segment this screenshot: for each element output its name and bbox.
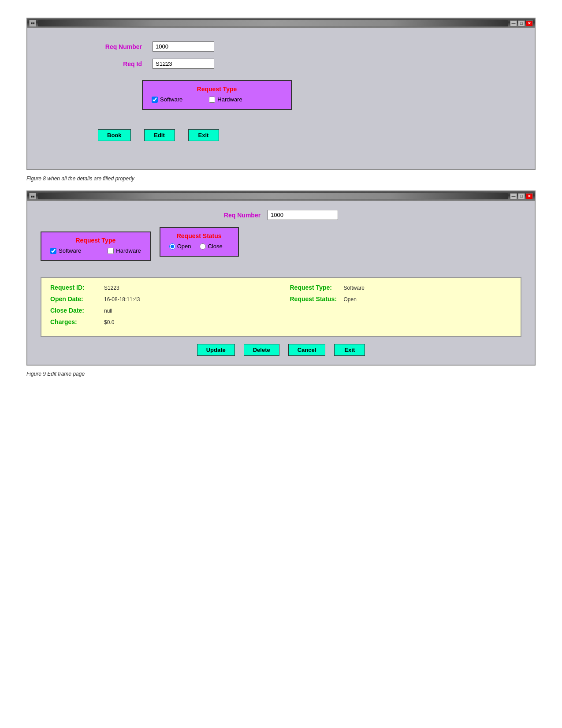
minimize-btn-2[interactable]: —: [510, 193, 517, 199]
window-controls-2: — □ ✕: [510, 193, 533, 199]
delete-button[interactable]: Delete: [244, 344, 279, 356]
data-row-2: Open Date: 16-08-18:11:43 Request Status…: [50, 295, 512, 302]
book-button[interactable]: Book: [98, 129, 131, 141]
radio-row: Open Close: [169, 243, 229, 250]
request-status-key: Request Status:: [290, 295, 339, 302]
data-row-1: Request ID: S1223 Request Type: Software: [50, 284, 512, 291]
window-body-1: Req Number Req Id Request Type Software: [27, 28, 535, 169]
charges-key: Charges:: [50, 318, 99, 325]
request-type-col: Request Type: Software: [290, 284, 512, 291]
request-type-key: Request Type:: [290, 284, 339, 291]
close-date-key: Close Date:: [50, 307, 99, 314]
titlebar-2: ☷ — □ ✕: [27, 191, 535, 201]
request-type-panel-2: Request Type Software Hardware: [41, 231, 151, 261]
close-date-val: null: [104, 308, 112, 314]
close-btn-2[interactable]: ✕: [526, 193, 533, 199]
request-id-col: Request ID: S1223: [50, 284, 272, 291]
open-radio-label[interactable]: Open: [169, 243, 191, 250]
maximize-btn-1[interactable]: □: [518, 20, 525, 26]
close-radio-label[interactable]: Close: [200, 243, 222, 250]
maximize-btn-2[interactable]: □: [518, 193, 525, 199]
buttons-row-2: Update Delete Cancel Exit: [41, 344, 521, 356]
exit-button-2[interactable]: Exit: [334, 344, 365, 356]
caption-1: Figure 8 when all the details are filled…: [26, 175, 536, 182]
charges-col: Charges: $0.0: [50, 318, 272, 325]
spacer-col: [290, 307, 512, 314]
hardware-checkbox-label-2[interactable]: Hardware: [108, 247, 141, 254]
open-radio[interactable]: [169, 243, 175, 250]
request-type-title-2: Request Type: [50, 237, 141, 244]
request-type-val: Software: [344, 285, 365, 291]
checkboxes-row-2: Software Hardware: [50, 247, 141, 254]
req-number-row: Req Number: [80, 41, 517, 52]
title-icon-2: ☷: [29, 193, 36, 200]
exit-button-1[interactable]: Exit: [188, 129, 219, 141]
close-btn-1[interactable]: ✕: [526, 20, 533, 26]
panels-row-2: Request Type Software Hardware Request S…: [41, 227, 521, 270]
req-number-label: Req Number: [80, 43, 142, 50]
req-id-input[interactable]: [153, 59, 214, 69]
figure1-window: ☷ — □ ✕ Req Number Req Id Request Type: [26, 18, 536, 170]
request-id-key: Request ID:: [50, 284, 99, 291]
data-display-area: Request ID: S1223 Request Type: Software…: [41, 277, 521, 337]
titlebar-1: ☷ — □ ✕: [27, 19, 535, 28]
hardware-checkbox-label-1[interactable]: Hardware: [209, 96, 242, 103]
request-type-title-1: Request Type: [152, 86, 282, 93]
open-date-val: 16-08-18:11:43: [104, 296, 140, 302]
req-number-label-2: Req Number: [224, 212, 261, 219]
request-type-panel-1: Request Type Software Hardware: [142, 80, 292, 110]
req-number-input[interactable]: [153, 41, 214, 52]
req-number-row-2: Req Number: [41, 210, 521, 220]
close-radio[interactable]: [200, 243, 206, 250]
caption-2: Figure 9 Edit frame page: [26, 371, 536, 377]
window-controls-1: — □ ✕: [510, 20, 533, 26]
request-status-title: Request Status: [169, 232, 229, 239]
edit-button[interactable]: Edit: [144, 129, 175, 141]
open-date-key: Open Date:: [50, 295, 99, 302]
close-date-col: Close Date: null: [50, 307, 272, 314]
req-id-row: Req Id: [80, 59, 517, 69]
checkboxes-row-1: Software Hardware: [152, 96, 282, 103]
charges-val: $0.0: [104, 319, 114, 325]
figure2-window: ☷ — □ ✕ Req Number Request Type Software: [26, 190, 536, 366]
open-date-col: Open Date: 16-08-18:11:43: [50, 295, 272, 302]
request-id-val: S1223: [104, 285, 119, 291]
title-icon-1: ☷: [29, 20, 36, 27]
software-checkbox-label-2[interactable]: Software: [50, 247, 81, 254]
spacer-col-2: [290, 318, 512, 325]
data-row-4: Charges: $0.0: [50, 318, 512, 325]
window-body-2: Req Number Request Type Software Hardwar…: [27, 201, 535, 365]
buttons-row-1: Book Edit Exit: [98, 129, 517, 141]
software-checkbox-1[interactable]: [152, 97, 158, 103]
cancel-button[interactable]: Cancel: [288, 344, 326, 356]
software-checkbox-2[interactable]: [50, 248, 56, 254]
request-status-col: Request Status: Open: [290, 295, 512, 302]
hardware-checkbox-2[interactable]: [108, 248, 114, 254]
software-checkbox-label-1[interactable]: Software: [152, 96, 182, 103]
minimize-btn-1[interactable]: —: [510, 20, 517, 26]
request-status-val: Open: [344, 296, 357, 302]
update-button[interactable]: Update: [197, 344, 235, 356]
request-status-panel: Request Status Open Close: [160, 227, 239, 257]
data-row-3: Close Date: null: [50, 307, 512, 314]
hardware-checkbox-1[interactable]: [209, 97, 215, 103]
req-number-input-2[interactable]: [268, 210, 338, 220]
req-id-label: Req Id: [80, 60, 142, 67]
